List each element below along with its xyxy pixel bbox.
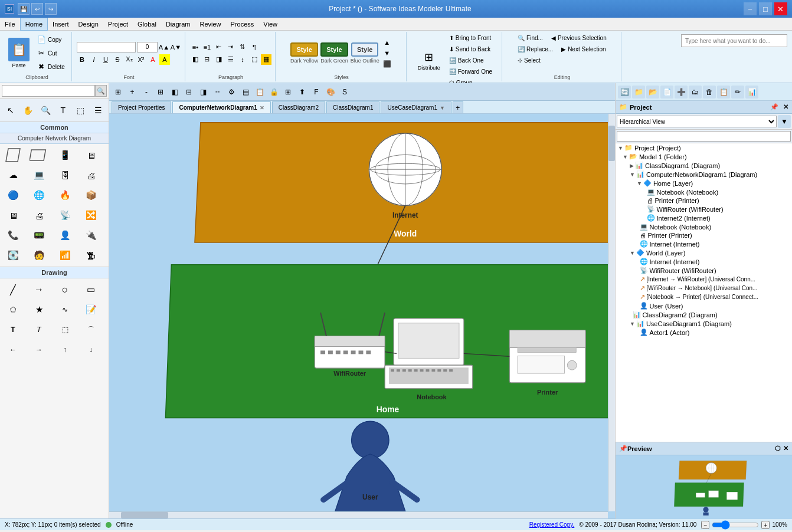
tree-wifi1[interactable]: 📡 WifiRouter (WifiRouter) [616, 205, 792, 214]
text-tool[interactable]: T [55, 101, 71, 120]
superscript-button[interactable]: X² [136, 54, 146, 65]
draw-star[interactable]: ★ [28, 300, 50, 319]
tab-computer-network[interactable]: ComputerNetworkDiagram1 ✕ [172, 101, 270, 113]
vscroll-thumb[interactable] [608, 126, 615, 161]
draw-left-arrow[interactable]: ← [2, 340, 24, 359]
italic-button[interactable]: I [89, 54, 99, 65]
styles-expand[interactable]: ⬛ [382, 58, 392, 69]
list-tool[interactable]: ☰ [90, 101, 106, 120]
rp-btn5[interactable]: ➕ [675, 86, 688, 98]
align-right-diagram-btn[interactable]: ◨ [197, 86, 210, 98]
menu-process[interactable]: Process [226, 18, 259, 31]
forward-one-button[interactable]: 🔜 Forward One [446, 67, 495, 77]
shape-printer2[interactable]: 🖨 [80, 166, 102, 185]
font-btn2[interactable]: F [310, 86, 323, 98]
draw-box[interactable]: ⬚ [54, 320, 76, 339]
align-center-button[interactable]: ⊟ [202, 54, 212, 65]
shape-switch[interactable]: 🔀 [80, 206, 102, 225]
menu-review[interactable]: Review [195, 18, 225, 31]
tree-notebook1[interactable]: 💻 Notebook (Notebook) [616, 188, 792, 196]
menu-home[interactable]: Home [20, 18, 48, 31]
shape-search-input[interactable] [2, 85, 95, 97]
canvas-vscroll[interactable] [608, 114, 615, 511]
replace-button[interactable]: 🔄 Replace... [515, 44, 556, 54]
table-btn[interactable]: ⊞ [282, 86, 294, 98]
cut-button[interactable]: ✂ Cut [34, 47, 68, 60]
draw-right-arrow[interactable]: → [28, 340, 50, 359]
styles-scroll-down[interactable]: ▼ [382, 48, 392, 58]
save-button[interactable]: 💾 [18, 3, 30, 15]
tree-conn1[interactable]: ↗ [Internet → WifiRouter] (Universal Con… [616, 275, 792, 284]
rp-btn7[interactable]: 🗑 [703, 86, 716, 98]
indent-button[interactable]: ⇥ [225, 42, 236, 52]
align-right-button[interactable]: ◨ [214, 54, 224, 65]
shape-database[interactable]: 🗄 [54, 166, 76, 185]
tree-user1[interactable]: 👤 User (User) [616, 301, 792, 310]
draw-up-arrow[interactable]: ↑ [54, 340, 76, 359]
pointer-tool[interactable]: ↖ [2, 101, 19, 120]
tree-internet4[interactable]: 🌐 Internet (Internet) [616, 257, 792, 266]
shape-monitor[interactable]: 🖥 [2, 206, 24, 225]
bullets-button[interactable]: ≡• [190, 42, 201, 52]
zoom-out-status[interactable]: − [701, 521, 709, 529]
tab-use-case[interactable]: UseCaseDiagram1 ▼ [381, 101, 451, 113]
zoom-in-status[interactable]: + [761, 521, 770, 529]
shape-network[interactable] [2, 146, 24, 165]
tree-printer1[interactable]: 🖨 Printer (Printer) [616, 196, 792, 205]
menu-project[interactable]: Project [103, 18, 133, 31]
copy-button[interactable]: 📄 Copy [34, 33, 68, 46]
justify-button[interactable]: ☰ [225, 54, 236, 65]
shape-rack[interactable]: 🗜 [80, 246, 102, 265]
style-dark-yellow-button[interactable]: Style [290, 42, 318, 57]
undo-button[interactable]: ↩ [31, 3, 43, 15]
shape-computer[interactable]: 💻 [28, 166, 50, 185]
redo-button[interactable]: ↪ [45, 3, 57, 15]
bold-button[interactable]: B [77, 54, 87, 65]
zoom-out-button[interactable]: - [140, 86, 153, 98]
tree-world-layer[interactable]: ▼ 🔷 World (Layer) [616, 248, 792, 257]
delete-button[interactable]: ✖ Delete [34, 60, 68, 73]
shape-box[interactable]: 📦 [80, 186, 102, 205]
color-btn2[interactable]: 🎨 [324, 86, 337, 98]
rp-btn2[interactable]: 📁 [632, 86, 645, 98]
draw-down-arrow[interactable]: ↓ [80, 340, 102, 359]
tab-cnd-close[interactable]: ✕ [260, 105, 264, 111]
tree-actor1[interactable]: 👤 Actor1 (Actor) [616, 328, 792, 337]
font-size-input[interactable] [137, 42, 158, 52]
border-button[interactable]: ⬚ [249, 54, 260, 65]
export-btn[interactable]: ⬆ [296, 86, 309, 98]
highlight-button[interactable]: A [159, 54, 170, 65]
menu-view[interactable]: View [258, 18, 282, 31]
search-button[interactable]: 🔍 [95, 85, 107, 97]
properties-btn[interactable]: 📋 [253, 86, 266, 98]
para-more-button[interactable]: ¶ [249, 42, 260, 52]
zoom-tool[interactable]: 🔍 [37, 101, 54, 120]
draw-line[interactable]: ╱ [2, 280, 24, 299]
shape-person[interactable]: 🧑 [28, 246, 50, 265]
rp-btn6[interactable]: 🗂 [689, 86, 702, 98]
font-grow-button[interactable]: A▲ [159, 42, 169, 52]
shape-phone[interactable]: 📞 [2, 226, 24, 245]
font-shrink-button[interactable]: A▼ [171, 42, 181, 52]
rp-btn8[interactable]: 📋 [717, 86, 730, 98]
draw-text2[interactable]: T [28, 320, 50, 339]
shape-disk[interactable]: 💽 [2, 246, 24, 265]
fontcolor-button[interactable]: A [148, 54, 158, 65]
tree-internet2[interactable]: 🌐 Internet2 (Internet) [616, 214, 792, 222]
tree-classdiagram2[interactable]: 📊 ClassDiagram2 (Diagram) [616, 310, 792, 319]
rp-btn4[interactable]: 📄 [660, 86, 673, 98]
tree-project-root[interactable]: ▼ 📁 Project (Project) [616, 143, 792, 152]
tree-model1[interactable]: ▼ 📂 Model 1 (Folder) [616, 152, 792, 161]
tree-cnd1[interactable]: ▼ 📊 ComputerNetworkDiagram1 (Diagram) [616, 170, 792, 179]
shape-cylinder[interactable]: 🔵 [2, 186, 24, 205]
distribute-button[interactable]: ⊞ Distribute [414, 44, 444, 78]
line-style-btn[interactable]: ╌ [211, 86, 224, 98]
panel-close-button[interactable]: ✕ [783, 103, 788, 111]
rp-btn1[interactable]: 🔄 [618, 86, 631, 98]
draw-curve[interactable]: ⌒ [80, 320, 102, 339]
shape-wifi[interactable]: 📶 [54, 246, 76, 265]
tree-conn2[interactable]: ↗ [WifiRouter → Notebook] (Universal Con… [616, 284, 792, 293]
underline-button[interactable]: U [100, 54, 111, 65]
draw-arrow[interactable]: → [28, 280, 50, 299]
shape-tablet[interactable]: 📟 [28, 226, 50, 245]
